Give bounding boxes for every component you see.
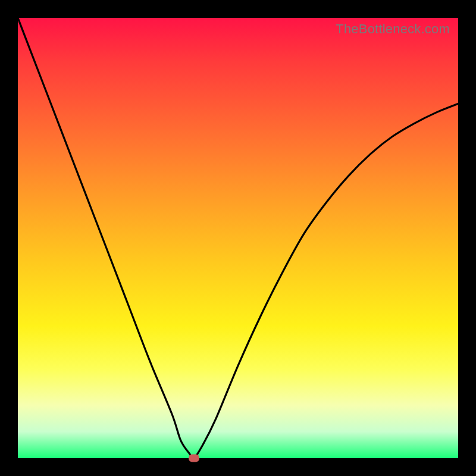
bottleneck-curve xyxy=(18,18,458,458)
chart-outer-frame: TheBottleneck.com xyxy=(0,0,476,476)
plot-area: TheBottleneck.com xyxy=(18,18,458,458)
optimal-point-marker xyxy=(189,455,199,462)
curve-path xyxy=(18,18,458,458)
